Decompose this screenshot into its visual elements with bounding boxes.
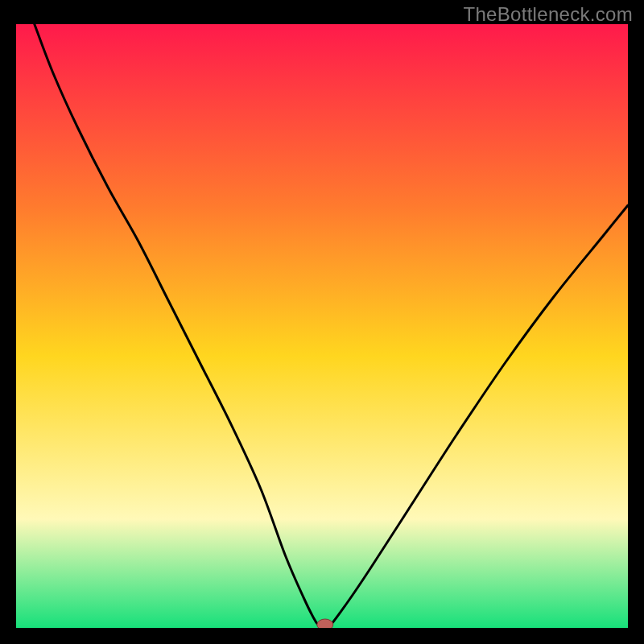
optimal-point-marker [317,619,333,628]
bottleneck-chart [16,24,628,628]
gradient-background [16,24,628,628]
watermark-text: TheBottleneck.com [463,3,633,26]
plot-area [16,24,628,628]
chart-frame: TheBottleneck.com [0,0,644,644]
